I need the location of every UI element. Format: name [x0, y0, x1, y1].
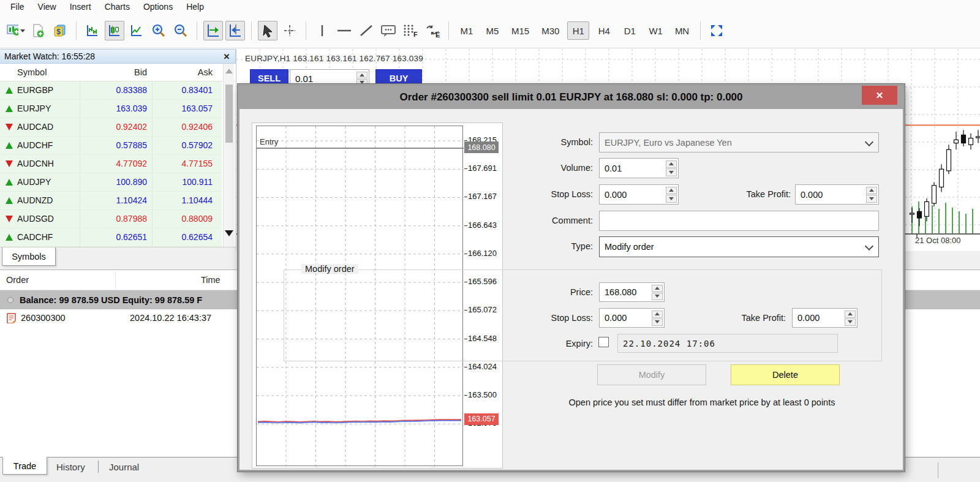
comment-field[interactable] [599, 211, 879, 231]
expert-advisors-icon[interactable]: É [423, 21, 442, 40]
timeframe-m5[interactable]: M5 [481, 21, 503, 40]
scroll-up-icon[interactable] [225, 69, 233, 73]
market-watch-header: Symbol Bid Ask [0, 64, 236, 81]
stop-loss-stepper[interactable] [666, 186, 677, 203]
scroll-down-icon[interactable] [225, 230, 233, 236]
delete-button[interactable]: Delete [731, 364, 840, 385]
profiles-icon[interactable]: $ [50, 21, 70, 40]
market-watch-row-audchf[interactable]: AUDCHF0.578850.57902 [0, 137, 222, 155]
market-watch-row-audcnh[interactable]: AUDCNH4.770924.77155 [0, 155, 222, 173]
vertical-line-icon[interactable] [312, 21, 332, 40]
expiry-date-field[interactable]: 22.10.2024 17:06 [617, 334, 838, 353]
column-divider [115, 271, 116, 288]
order-id: 260300300 [21, 313, 66, 323]
timeframe-h4[interactable]: H4 [593, 21, 615, 40]
expiry-label: Expiry: [501, 339, 593, 348]
market-watch-row-cadchf[interactable]: CADCHF0.626510.62654 [0, 228, 222, 247]
modify-stop-loss-stepper[interactable] [652, 310, 663, 326]
zoom-out-icon[interactable] [171, 21, 190, 40]
type-value: Modify order [605, 242, 654, 252]
dialog-titlebar[interactable]: Order #260300300 sell limit 0.01 EURJPY … [239, 86, 903, 109]
price-badge: 163.057 [464, 413, 499, 425]
menu-insert[interactable]: Insert [63, 1, 98, 13]
modify-order-group-title: Modify order [301, 264, 358, 274]
stop-loss-field[interactable]: 0.000 [599, 184, 679, 205]
column-divider [152, 81, 153, 99]
line-chart-icon[interactable] [127, 21, 146, 40]
cursor-icon[interactable] [258, 21, 277, 40]
arrow-up-icon [6, 87, 13, 94]
tile-windows-icon[interactable] [707, 21, 726, 40]
close-icon[interactable]: ✕ [222, 51, 232, 61]
symbol-name: AUDCHF [17, 140, 53, 150]
market-watch-row-audjpy[interactable]: AUDJPY100.890100.911 [0, 173, 222, 192]
chart-shift-icon[interactable] [225, 21, 245, 40]
dialog-close-button[interactable]: ✕ [862, 86, 897, 105]
timeframe-mn[interactable]: MN [671, 21, 693, 40]
tab-journal[interactable]: Journal [109, 462, 139, 472]
market-watch-row-eurgbp[interactable]: EURGBP0.833880.83401 [0, 81, 222, 100]
column-ask[interactable]: Ask [198, 67, 213, 77]
toolbar: $ [0, 13, 980, 48]
timeframe-h1[interactable]: H1 [567, 21, 589, 40]
new-chart-icon[interactable] [6, 21, 26, 40]
column-time[interactable]: Time [201, 275, 221, 285]
ask-value: 0.92406 [181, 122, 213, 132]
symbol-select[interactable]: EURJPY, Euro vs Japanese Yen [599, 132, 879, 153]
menu-help[interactable]: Help [179, 1, 211, 13]
type-select[interactable]: Modify order [599, 236, 879, 257]
column-bid[interactable]: Bid [134, 67, 147, 77]
tab-trade[interactable]: Trade [2, 457, 47, 475]
timeframe-m1[interactable]: M1 [456, 21, 478, 40]
modify-button[interactable]: Modify [597, 364, 706, 385]
text-label-icon[interactable] [379, 21, 398, 40]
market-watch-row-audnzd[interactable]: AUDNZD1.104241.10444 [0, 192, 222, 210]
price-stepper[interactable] [652, 284, 663, 300]
indicators-icon[interactable]: F [401, 21, 420, 40]
column-order[interactable]: Order [6, 275, 29, 285]
take-profit-field[interactable]: 0.000 [795, 184, 879, 205]
menu-options[interactable]: Options [137, 1, 179, 13]
new-order-icon[interactable] [28, 21, 48, 40]
symbol-name: AUDCAD [17, 122, 53, 132]
expiry-date-value: 22.10.2024 17:06 [623, 339, 715, 348]
timeframe-m30[interactable]: M30 [537, 21, 564, 40]
market-watch-row-eurjpy[interactable]: EURJPY163.039163.057 [0, 100, 222, 118]
tab-history[interactable]: History [56, 462, 85, 472]
market-watch-row-audcad[interactable]: AUDCAD0.924020.92406 [0, 118, 222, 137]
column-symbol[interactable]: Symbol [17, 67, 47, 77]
timeframe-w1[interactable]: W1 [644, 21, 667, 40]
horizontal-line-icon[interactable] [334, 21, 354, 40]
volume-stepper[interactable] [666, 160, 677, 176]
modify-stop-loss-field[interactable]: 0.000 [599, 308, 665, 328]
trend-line-icon[interactable] [356, 21, 376, 40]
expiry-checkbox[interactable] [598, 337, 609, 347]
menu-file[interactable]: File [4, 1, 31, 13]
toolbar-separator [700, 21, 701, 40]
menu-charts[interactable]: Charts [98, 1, 137, 13]
menu-view[interactable]: View [31, 1, 63, 13]
timeframe-m15[interactable]: M15 [507, 21, 533, 40]
modify-take-profit-label: Take Profit: [694, 313, 786, 323]
take-profit-stepper[interactable] [866, 186, 877, 203]
stop-loss-label: Stop Loss: [501, 189, 593, 199]
auto-scroll-icon[interactable] [203, 21, 223, 40]
column-divider [152, 210, 153, 228]
crosshair-icon[interactable] [280, 21, 300, 40]
volume-field[interactable]: 0.01 [599, 158, 679, 178]
timeframe-d1[interactable]: D1 [619, 21, 641, 40]
tab-symbols[interactable]: Symbols [2, 247, 56, 266]
column-divider [152, 173, 153, 191]
modify-take-profit-field[interactable]: 0.000 [792, 308, 858, 328]
order-note-icon [7, 313, 16, 323]
zoom-in-icon[interactable] [149, 21, 168, 40]
market-watch-scrollbar[interactable] [223, 64, 234, 247]
toolbar-separator [197, 21, 197, 40]
candlestick-chart-icon[interactable] [105, 21, 124, 40]
tick-chart-icon[interactable] [83, 21, 102, 40]
market-watch-row-audsgd[interactable]: AUDSGD0.879880.88009 [0, 210, 222, 228]
scrollbar-thumb[interactable] [225, 85, 233, 143]
price-field[interactable]: 168.080 [599, 282, 665, 302]
toolbar-separator [306, 21, 306, 40]
modify-take-profit-stepper[interactable] [845, 310, 856, 326]
